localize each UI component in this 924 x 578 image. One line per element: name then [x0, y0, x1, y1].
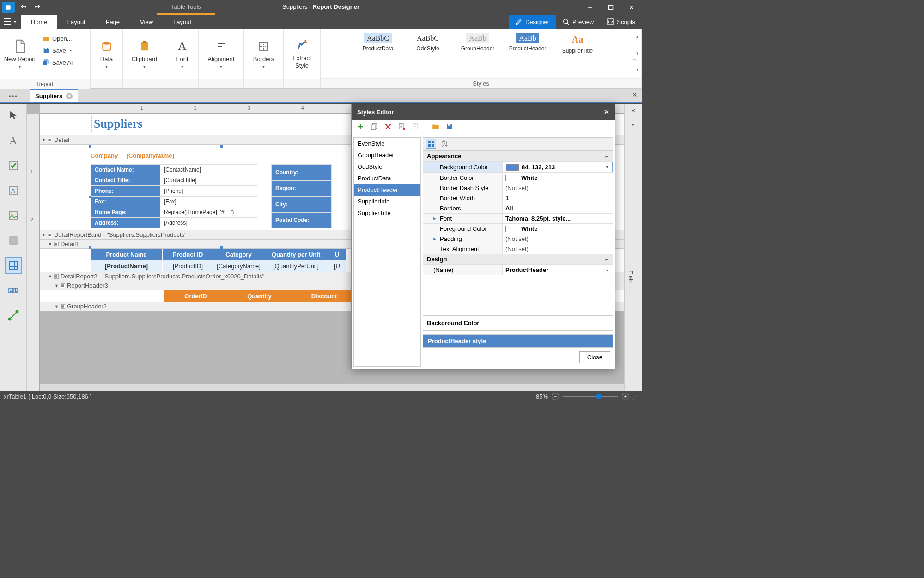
report-title-label[interactable]: Suppliers [91, 116, 145, 132]
right-panel-close-icon[interactable]: ✕ [625, 104, 642, 117]
close-doc-icon[interactable]: ✕ [66, 93, 73, 99]
app-icon [2, 2, 15, 13]
ribbon-collapse-button[interactable]: ︿ [630, 29, 639, 88]
style-item-OddStyle[interactable]: OddStyle [354, 161, 420, 172]
tool-picture[interactable] [5, 207, 22, 224]
undo-button[interactable] [17, 0, 30, 15]
prop-foreground-color[interactable]: Foreground ColorWhite [423, 223, 613, 234]
resize-grip-icon[interactable]: ⋰ [633, 393, 638, 400]
tab-home[interactable]: Home [21, 15, 57, 29]
tool-table[interactable] [5, 257, 22, 274]
copy-style-icon[interactable] [370, 123, 378, 132]
contextual-tab-tabletools[interactable]: Table Tools [157, 0, 215, 15]
doc-tab-suppliers[interactable]: Suppliers✕ [30, 89, 78, 102]
styles-gallery[interactable]: AaBbCProductDataAaBbCOddStyleAaBbGroupHe… [321, 29, 641, 78]
svg-text:Z: Z [442, 141, 445, 148]
category-design[interactable]: Design︽ [423, 254, 613, 264]
data-button[interactable]: Data▼ [91, 29, 122, 79]
prop-font[interactable]: ▶FontTahoma, 8.25pt, style... [423, 213, 613, 223]
tool-pointer[interactable] [5, 107, 22, 124]
style-card-ProductData[interactable]: AaBbCProductData [353, 31, 403, 57]
style-item-SupplierInfo[interactable]: SupplierInfo [354, 196, 420, 207]
prop-text-alignment[interactable]: Text Alignment(Not set) [423, 244, 613, 254]
alphabetical-icon[interactable]: AZ [440, 139, 450, 149]
scrollbar-horizontal[interactable] [40, 384, 642, 391]
style-card-OddStyle[interactable]: AaBbCOddStyle [403, 31, 453, 57]
svg-point-13 [11, 213, 13, 215]
right-panel-collapsed[interactable]: ✕ ▼ Field ... [624, 104, 642, 391]
style-item-EvenStyle[interactable]: EvenStyle [354, 138, 420, 149]
open-button[interactable]: Open... [40, 32, 77, 44]
doc-menu-button[interactable]: ••• [2, 89, 25, 103]
open-styles-icon[interactable] [432, 123, 440, 132]
prop-name[interactable]: (Name)ProductHeader︽ [423, 264, 613, 275]
styles-editor-close-icon[interactable]: ✕ [604, 108, 609, 116]
style-summary: ProductHeader style [423, 334, 613, 348]
mode-scripts[interactable]: Scripts [600, 15, 642, 29]
save-all-button[interactable]: Save All [40, 56, 77, 68]
app-menu-button[interactable]: ▼ [0, 15, 21, 29]
group-report-caption: Report [0, 79, 90, 89]
close-button[interactable] [621, 0, 642, 15]
zoom-slider[interactable] [563, 396, 618, 397]
tool-panel[interactable] [5, 232, 22, 249]
maximize-button[interactable] [600, 0, 621, 15]
save-styles-icon[interactable] [445, 123, 454, 132]
doc-tab-close-right[interactable]: ✕ [628, 88, 642, 102]
save-button[interactable]: Save▼ [40, 44, 77, 56]
supplier-fields-right[interactable]: Country:Region:City:Postal Code: [271, 164, 332, 228]
field-list-tab[interactable]: Field ... [625, 266, 637, 295]
prop-padding[interactable]: ▶Padding(Not set) [423, 234, 613, 244]
delete-style-icon[interactable] [384, 123, 392, 132]
style-card-ProductHeader[interactable]: AaBbProductHeader [503, 31, 553, 57]
tab-layout-ctx[interactable]: Layout [163, 15, 201, 29]
zoom-value: 85% [536, 393, 548, 400]
prop-background-color[interactable]: Background Color84, 132, 213▾ [423, 161, 613, 172]
tool-line[interactable] [5, 307, 22, 324]
tab-page[interactable]: Page [96, 15, 130, 29]
style-card-GroupHeader[interactable]: AaBbGroupHeader [453, 31, 503, 57]
style-card-SupplierTitle[interactable]: AaSupplierTitle [553, 31, 602, 57]
close-button-dialog[interactable]: Close [579, 351, 610, 363]
style-item-GroupHeader[interactable]: GroupHeader [354, 149, 420, 161]
tool-checkbox[interactable] [5, 157, 22, 174]
category-appearance[interactable]: Appearance︽ [423, 151, 613, 161]
font-button[interactable]: AFont▼ [166, 29, 198, 79]
prop-border-width[interactable]: Border Width1 [423, 193, 613, 203]
group-styles-caption: Styles [321, 78, 641, 88]
clipboard-button[interactable]: Clipboard▼ [123, 29, 166, 79]
extract-style-button[interactable]: Extract Style [284, 29, 320, 79]
styles-editor-title[interactable]: Styles Editor✕ [352, 104, 615, 120]
company-label[interactable]: Company [CompanyName] [91, 148, 174, 160]
categorized-icon[interactable] [426, 139, 436, 149]
svg-rect-28 [432, 141, 434, 143]
tool-character-comb[interactable]: ab [5, 282, 22, 299]
window-title: Suppliers - Report Designer [0, 3, 642, 10]
style-item-SupplierTitle[interactable]: SupplierTitle [354, 207, 420, 219]
zoom-out-button[interactable]: − [552, 393, 559, 400]
prop-border-dash-style[interactable]: Border Dash Style(Not set) [423, 183, 613, 193]
supplier-fields-left[interactable]: Contact Name:[ContactName]Contact Title:… [91, 164, 257, 228]
minimize-button[interactable] [579, 0, 600, 15]
tool-richtext[interactable]: A [5, 182, 22, 199]
new-report-button[interactable]: New Report▼ [0, 29, 40, 79]
svg-point-20 [8, 318, 11, 320]
style-list[interactable]: EvenStyleGroupHeaderOddStyleProductDataP… [353, 137, 421, 367]
property-grid[interactable]: Appearance︽ Background Color84, 132, 213… [423, 150, 613, 275]
prop-border-color[interactable]: Border ColorWhite [423, 172, 613, 183]
tool-label[interactable]: A [5, 132, 22, 149]
mode-preview[interactable]: Preview [556, 15, 600, 29]
style-item-ProductHeader[interactable]: ProductHeader [354, 184, 420, 196]
prop-borders[interactable]: BordersAll [423, 203, 613, 213]
mode-designer[interactable]: Designer [509, 15, 556, 29]
redo-button[interactable] [30, 0, 44, 15]
tab-layout[interactable]: Layout [57, 15, 96, 29]
remove-style-icon[interactable] [398, 123, 406, 132]
alignment-button[interactable]: Alignment▼ [199, 29, 243, 79]
tab-view[interactable]: View [130, 15, 163, 29]
zoom-in-button[interactable]: + [622, 393, 629, 400]
add-style-icon[interactable] [356, 123, 365, 132]
style-item-ProductData[interactable]: ProductData [354, 172, 420, 184]
borders-button[interactable]: Borders▼ [244, 29, 283, 79]
svg-rect-14 [10, 237, 17, 244]
